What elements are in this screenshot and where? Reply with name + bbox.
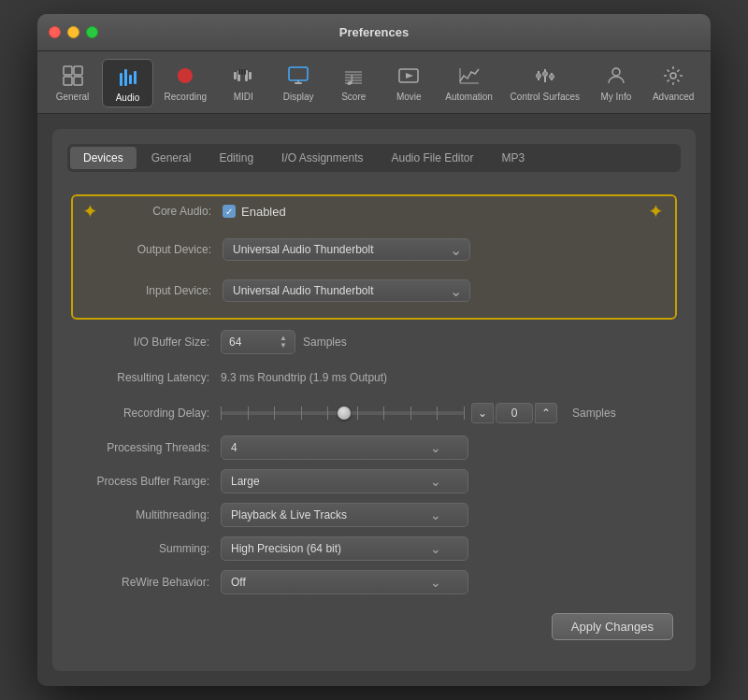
core-audio-highlight: ✦ Core Audio: ✓ Enabled ✦ Output Device:…: [71, 194, 677, 320]
tab-general[interactable]: General: [138, 147, 205, 169]
tab-io-assignments[interactable]: I/O Assignments: [268, 147, 376, 169]
core-audio-checkbox[interactable]: ✓: [223, 205, 236, 218]
rewire-dropdown[interactable]: Off ⌄: [221, 570, 468, 594]
toolbar: General Audio Recording: [37, 51, 711, 114]
io-buffer-stepper[interactable]: ▲ ▼: [280, 335, 287, 350]
toolbar-midi[interactable]: MIDI: [218, 59, 269, 107]
multithreading-row: Multithreading: Playback & Live Tracks ⌄: [71, 503, 677, 527]
display-icon: [285, 63, 311, 89]
toolbar-movie[interactable]: Movie: [383, 59, 435, 107]
output-device-value: Universal Audio Thunderbolt: [233, 243, 374, 256]
rewire-value: Off: [231, 576, 246, 589]
content-area: Devices General Editing I/O Assignments …: [37, 114, 711, 686]
svg-rect-16: [238, 69, 240, 75]
my-info-icon: [603, 63, 629, 89]
svg-rect-3: [74, 77, 82, 85]
svg-point-36: [549, 75, 554, 79]
toolbar-advanced[interactable]: Advanced: [645, 59, 701, 107]
toolbar-my-info-label: My Info: [600, 92, 631, 102]
io-buffer-control[interactable]: 64 ▲ ▼: [221, 330, 295, 354]
core-audio-value: ✓ Enabled: [223, 205, 286, 219]
toolbar-my-info[interactable]: My Info: [590, 59, 641, 107]
tab-editing[interactable]: Editing: [206, 147, 266, 169]
output-device-arrow-icon: ⌄: [450, 241, 462, 259]
svg-point-34: [536, 74, 540, 79]
rewire-row: ReWire Behavior: Off ⌄: [71, 570, 677, 594]
control-surfaces-icon: [532, 63, 558, 89]
multithreading-label: Multithreading:: [71, 508, 221, 521]
toolbar-general[interactable]: General: [47, 59, 98, 107]
close-button[interactable]: [49, 26, 61, 38]
io-buffer-down[interactable]: ▼: [280, 342, 287, 350]
latency-label: Resulting Latency:: [71, 371, 221, 384]
toolbar-display[interactable]: Display: [273, 59, 324, 107]
svg-rect-0: [64, 66, 72, 75]
tab-audio-file-editor[interactable]: Audio File Editor: [378, 147, 486, 169]
midi-icon: [230, 63, 256, 89]
tab-mp3[interactable]: MP3: [489, 147, 539, 169]
toolbar-recording-label: Recording: [165, 92, 208, 102]
toolbar-control-surfaces-label: Control Surfaces: [511, 92, 580, 102]
recording-delay-up[interactable]: ⌃: [535, 403, 557, 423]
maximize-button[interactable]: [86, 26, 98, 38]
svg-rect-4: [120, 73, 122, 86]
summing-value: High Precision (64 bit): [231, 542, 341, 555]
devices-form: ✦ Core Audio: ✓ Enabled ✦ Output Device:…: [67, 187, 681, 648]
recording-delay-input[interactable]: 0: [496, 403, 533, 423]
toolbar-general-label: General: [56, 92, 90, 102]
process-buffer-dropdown[interactable]: Large ⌄: [221, 469, 468, 493]
processing-threads-value: 4: [231, 441, 237, 454]
svg-point-37: [612, 68, 620, 76]
input-device-select[interactable]: Universal Audio Thunderbolt ⌄: [223, 279, 470, 302]
svg-point-8: [178, 68, 193, 83]
toolbar-automation-label: Automation: [445, 92, 493, 102]
svg-rect-14: [249, 72, 252, 79]
toolbar-recording[interactable]: Recording: [157, 59, 214, 107]
process-buffer-row: Process Buffer Range: Large ⌄: [71, 469, 677, 493]
recording-delay-slider-container: ⌄ 0 ⌃ Samples: [221, 403, 616, 423]
processing-threads-label: Processing Threads:: [71, 441, 221, 454]
multithreading-dropdown[interactable]: Playback & Live Tracks ⌄: [221, 503, 468, 527]
svg-rect-15: [244, 69, 246, 75]
processing-threads-dropdown[interactable]: 4 ⌄: [221, 436, 468, 460]
toolbar-advanced-label: Advanced: [653, 92, 694, 102]
toolbar-movie-label: Movie: [396, 92, 422, 102]
apply-changes-button[interactable]: Apply Changes: [552, 613, 673, 640]
svg-point-35: [542, 72, 547, 77]
core-audio-row: ✦ Core Audio: ✓ Enabled ✦: [73, 198, 675, 224]
output-device-label: Output Device:: [84, 243, 223, 256]
score-icon: [340, 63, 367, 89]
svg-rect-9: [234, 72, 237, 79]
minimize-button[interactable]: [67, 26, 79, 38]
recording-icon: [172, 63, 198, 89]
toolbar-score[interactable]: Score: [328, 59, 380, 107]
tab-devices[interactable]: Devices: [70, 147, 137, 169]
svg-point-38: [670, 73, 676, 79]
svg-rect-1: [74, 66, 82, 75]
process-buffer-arrow-icon: ⌄: [430, 474, 441, 489]
recording-delay-value: 0: [511, 407, 518, 420]
general-icon: [60, 63, 86, 89]
svg-rect-7: [134, 71, 137, 84]
svg-rect-12: [241, 69, 243, 75]
io-buffer-value: 64: [229, 336, 241, 349]
toolbar-automation[interactable]: Automation: [439, 59, 500, 107]
slider-thumb[interactable]: [338, 407, 351, 420]
summing-dropdown[interactable]: High Precision (64 bit) ⌄: [221, 536, 468, 561]
output-device-select[interactable]: Universal Audio Thunderbolt ⌄: [223, 238, 470, 261]
recording-delay-down[interactable]: ⌄: [471, 403, 494, 423]
toolbar-control-surfaces[interactable]: Control Surfaces: [503, 59, 586, 107]
io-buffer-label: I/O Buffer Size:: [71, 336, 221, 349]
toolbar-audio[interactable]: Audio: [102, 59, 153, 107]
recording-delay-samples-label: Samples: [572, 407, 616, 420]
recording-delay-slider[interactable]: [221, 411, 464, 415]
window-title: Preferences: [339, 25, 409, 39]
titlebar: Preferences: [37, 14, 711, 51]
summing-arrow-icon: ⌄: [430, 541, 441, 556]
recording-delay-label: Recording Delay:: [71, 407, 221, 420]
output-device-row: Output Device: Universal Audio Thunderbo…: [73, 234, 675, 265]
preferences-window: Preferences General: [37, 14, 711, 686]
svg-rect-17: [289, 67, 308, 80]
multithreading-arrow-icon: ⌄: [430, 507, 441, 522]
process-buffer-value: Large: [231, 475, 260, 488]
